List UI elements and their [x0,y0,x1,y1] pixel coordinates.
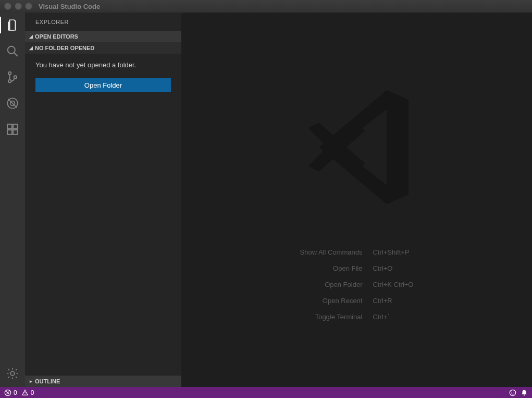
editor-area: Show All Commands Ctrl+Shift+P Open File… [181,13,532,387]
status-warnings[interactable]: 0 [21,389,34,396]
debug-icon[interactable] [5,96,20,111]
window-maximize-icon[interactable] [25,3,32,10]
sidebar: EXPLORER ◢ OPEN EDITORS ◢ NO FOLDER OPEN… [25,13,181,387]
shortcut-label: Open Folder [300,281,363,288]
svg-point-26 [524,394,525,395]
section-no-folder[interactable]: ◢ NO FOLDER OPENED [25,42,181,54]
svg-rect-11 [13,130,18,135]
section-outline[interactable]: ▸ OUTLINE [25,376,181,387]
section-open-editors-label: OPEN EDITORS [35,33,78,40]
warning-count: 0 [31,389,34,396]
svg-point-3 [8,80,11,82]
shortcut-label: Show All Commands [300,248,363,256]
svg-point-24 [511,391,512,392]
vscode-logo-icon [289,79,425,217]
welcome-watermark: Show All Commands Ctrl+Shift+P Open File… [289,79,425,321]
source-control-icon[interactable] [5,70,20,85]
shortcut-key: Ctrl+R [373,297,413,305]
section-no-folder-label: NO FOLDER OPENED [35,45,94,51]
shortcut-label: Toggle Terminal [300,313,363,321]
chevron-down-icon: ◢ [28,34,33,39]
svg-point-2 [8,72,11,75]
status-bar: 0 0 [0,387,532,398]
open-folder-button[interactable]: Open Folder [35,78,171,92]
settings-gear-icon[interactable] [5,366,20,381]
warning-icon [21,389,29,396]
window-close-icon[interactable] [4,3,11,10]
svg-point-22 [24,393,25,394]
svg-point-0 [8,46,15,54]
bell-icon [521,389,528,396]
window-title: Visual Studio Code [39,3,100,10]
shortcut-label: Open File [300,264,363,272]
svg-line-7 [8,99,17,107]
status-feedback[interactable] [509,389,516,396]
svg-rect-8 [7,124,12,129]
svg-point-4 [14,76,17,78]
shortcut-key: Ctrl+K Ctrl+O [373,281,413,288]
shortcut-key: Ctrl+Shift+P [373,248,413,256]
chevron-right-icon: ▸ [28,379,33,384]
shortcut-label: Open Recent [300,297,363,305]
error-icon [4,389,11,396]
no-folder-body: You have not yet opened a folder. Open F… [25,54,181,376]
activity-bar [0,13,25,387]
svg-point-12 [10,371,15,376]
svg-point-25 [513,391,514,392]
explorer-icon[interactable] [5,18,20,32]
shortcuts-list: Show All Commands Ctrl+Shift+P Open File… [300,248,414,321]
error-count: 0 [14,389,17,396]
section-outline-label: OUTLINE [35,378,60,384]
extensions-icon[interactable] [5,122,20,137]
workspace: EXPLORER ◢ OPEN EDITORS ◢ NO FOLDER OPEN… [0,13,532,387]
status-errors[interactable]: 0 [4,389,17,396]
shortcut-key: Ctrl+` [373,313,413,321]
titlebar: Visual Studio Code [0,0,532,13]
section-open-editors[interactable]: ◢ OPEN EDITORS [25,31,181,42]
smiley-icon [509,389,516,396]
no-folder-message: You have not yet opened a folder. [35,61,171,69]
svg-point-23 [510,390,515,395]
svg-rect-9 [13,124,18,129]
search-icon[interactable] [5,44,20,58]
sidebar-title: EXPLORER [25,13,181,31]
svg-rect-10 [7,130,12,135]
chevron-down-icon: ◢ [28,45,33,51]
shortcut-key: Ctrl+O [373,264,413,272]
svg-line-1 [14,53,18,56]
status-notifications[interactable] [521,389,528,396]
window-minimize-icon[interactable] [15,3,22,10]
